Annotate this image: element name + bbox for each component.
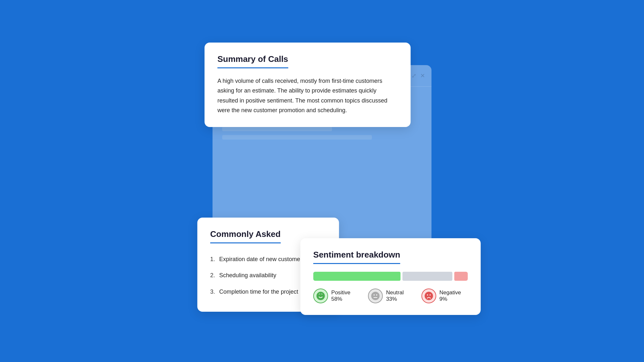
negative-bar [454, 272, 468, 281]
commonly-asked-title: Commonly Asked [210, 229, 281, 243]
neutral-face-icon [368, 289, 383, 303]
summary-card: Summary of Calls A high volume of calls … [204, 43, 411, 127]
sentiment-title: Sentiment breakdown [313, 250, 400, 264]
positive-label: Positive 58% [331, 289, 360, 302]
svg-point-10 [430, 294, 431, 296]
svg-point-3 [321, 294, 323, 296]
positive-face-icon [313, 289, 328, 303]
svg-point-1 [317, 292, 325, 300]
neutral-label: Neutral 33% [386, 289, 414, 302]
list-num-2: 2. [210, 270, 217, 280]
sentiment-bar [313, 272, 468, 281]
list-text-2: Scheduling availability [219, 270, 276, 280]
positive-bar [313, 272, 401, 281]
list-text-3: Completion time for the project [219, 287, 298, 297]
svg-point-2 [319, 294, 320, 296]
negative-face-icon [421, 289, 436, 303]
sentiment-legend: Positive 58% Neutral 33% [313, 289, 468, 303]
summary-title: Summary of Calls [217, 54, 288, 68]
list-num-1: 1. [210, 254, 217, 264]
sentiment-neutral: Neutral 33% [368, 289, 414, 303]
negative-label: Negative 9% [440, 289, 468, 302]
cards-layer: Summary of Calls A high volume of calls … [16, 12, 628, 350]
svg-point-9 [427, 294, 428, 296]
sentiment-positive: Positive 58% [313, 289, 360, 303]
list-num-3: 3. [210, 287, 217, 297]
neutral-bar [402, 272, 452, 281]
sentiment-negative: Negative 9% [421, 289, 468, 303]
scene: — ⤢ ✕ Summary of Calls A high volume of … [16, 12, 628, 350]
svg-point-6 [376, 294, 377, 296]
summary-body: A high volume of calls received, mostly … [217, 76, 398, 115]
svg-point-5 [374, 294, 375, 296]
svg-point-8 [425, 292, 433, 300]
sentiment-card: Sentiment breakdown [300, 238, 481, 315]
svg-point-4 [371, 292, 380, 300]
